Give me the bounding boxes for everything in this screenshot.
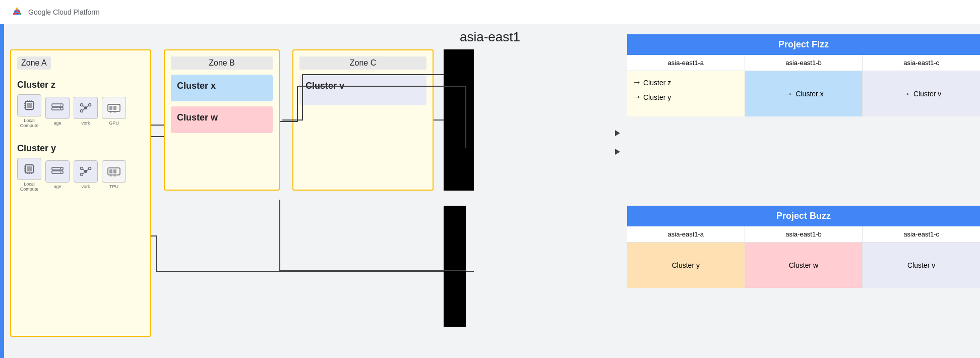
network-icon [79,101,93,115]
svg-point-54 [89,167,91,170]
buzz-cluster-w-label: Cluster w [789,261,818,269]
buzz-zone-b: asia-east1-b [745,226,863,242]
cluster-x-box: Cluster x [171,75,273,101]
svg-marker-67 [615,149,620,155]
svg-marker-66 [615,130,620,136]
buzz-cluster-v-label: Cluster v [907,261,935,269]
cluster-y-section: Cluster y [17,143,144,192]
network-y-icon [79,164,93,178]
cluster-z-section: Cluster z [17,80,144,128]
tpu-label: TPU [109,184,118,189]
tpu-icon [107,164,121,178]
storage-icon-box [45,97,70,119]
svg-rect-60 [109,169,112,173]
buzz-zone-a: asia-east1-a [627,226,745,242]
cluster-z-label: Cluster z [17,80,144,90]
fizz-clusters-row: → Cluster z → Cluster y → Cluster x [627,71,980,116]
arrow-fizz-x: → [783,89,792,99]
fizz-zone-b-clusters: → Cluster x [745,71,863,116]
cluster-z-nodes: LocalCompute age [17,94,144,128]
region-label: asia-east1 [460,29,520,45]
svg-point-1 [16,7,18,9]
svg-point-25 [81,110,83,112]
svg-line-27 [87,105,89,107]
fizz-cluster-y-label: Cluster y [643,93,671,101]
arrow-fizz-v: → [901,89,910,99]
svg-rect-49 [52,171,63,173]
black-divider-top [444,49,466,191]
svg-line-26 [83,105,85,107]
gcp-logo-text: Google Cloud Platform [28,8,100,16]
local-compute-icon-box [17,94,41,116]
buzz-zone-c: asia-east1-c [863,226,980,242]
fizz-cluster-z-row: → Cluster z [632,77,740,88]
fizz-zone-a: asia-east1-a [627,55,745,71]
project-fizz-panel: Project Fizz asia-east1-a asia-east1-b a… [627,34,980,116]
node-local-compute: LocalCompute [17,94,41,128]
svg-rect-61 [113,169,116,173]
fizz-cluster-v-label: Cluster v [913,90,941,98]
project-buzz-panel: Project Buzz asia-east1-a asia-east1-b a… [627,206,980,288]
node-network-y: vork [74,160,98,189]
arrow-fizz-y: → [632,92,641,102]
tpu-icon-box [102,160,126,183]
svg-line-28 [83,108,85,110]
cluster-y-nodes: LocalCompute age [17,158,144,192]
buzz-zone-b-clusters: Cluster w [745,243,863,288]
network-y-icon-box [74,160,98,183]
fizz-cluster-x-row: → Cluster x [783,89,823,99]
fizz-cluster-y-row: → Cluster y [632,92,740,102]
svg-line-57 [87,169,89,171]
svg-point-20 [60,105,61,106]
svg-line-56 [83,169,85,171]
fizz-cluster-z-label: Cluster z [643,79,671,87]
svg-point-55 [81,173,83,176]
network-y-label: vork [81,184,90,189]
svg-point-51 [60,172,61,173]
fizz-cluster-v-row: → Cluster v [901,89,941,99]
zone-a-box: Zone A Cluster z [10,49,151,337]
gpu-icon [107,101,121,115]
cpu-y-icon [22,162,36,176]
svg-rect-31 [113,106,116,110]
cluster-w-box: Cluster w [171,106,273,133]
gpu-label: GPU [109,121,119,126]
black-divider-bottom [444,206,466,327]
svg-point-52 [84,170,87,173]
local-compute-y-label: LocalCompute [20,182,39,192]
cluster-x-label: Cluster x [177,81,267,91]
cluster-w-label: Cluster w [177,112,267,123]
storage-y-label: age [53,184,61,189]
storage-y-icon [50,164,65,178]
node-storage: age [45,97,70,126]
svg-point-50 [60,168,61,169]
storage-label: age [53,121,61,126]
gpu-icon-box [102,97,126,119]
zone-a-label: Zone A [17,56,51,70]
project-fizz-header: Project Fizz [627,34,980,55]
svg-line-58 [83,172,85,174]
svg-point-22 [84,106,87,109]
fizz-zone-c-clusters: → Cluster v [863,71,980,116]
node-local-compute-y: LocalCompute [17,158,41,192]
svg-point-23 [81,104,83,106]
fizz-zones-row: asia-east1-a asia-east1-b asia-east1-c [627,55,980,71]
top-bar: Google Cloud Platform [0,0,980,24]
cluster-v-box: Cluster v [299,75,426,105]
svg-rect-30 [109,106,112,110]
cluster-y-label: Cluster y [17,143,144,154]
svg-point-53 [81,167,83,170]
svg-point-24 [89,104,91,106]
project-buzz-header: Project Buzz [627,206,980,226]
fizz-zone-c: asia-east1-c [863,55,980,71]
node-network: vork [74,97,98,126]
main-wrapper: asia-east1 Zone A Cluster z [0,24,980,358]
buzz-clusters-row: Cluster y Cluster w Cluster v [627,243,980,288]
node-storage-y: age [45,160,70,189]
fizz-cluster-x-label: Cluster x [795,90,823,98]
buzz-cluster-y-label: Cluster y [672,261,700,269]
node-tpu: TPU [102,160,126,189]
arrow-fizz-z: → [632,77,641,88]
zone-c-label: Zone C [299,56,426,70]
fizz-zone-b: asia-east1-b [745,55,863,71]
